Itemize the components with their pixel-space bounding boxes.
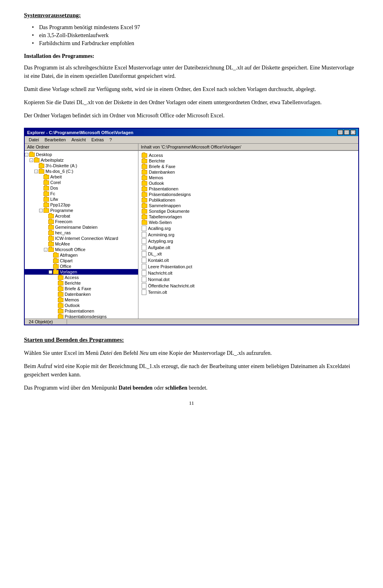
tree-item[interactable]: Dos	[25, 185, 138, 191]
menu-help[interactable]: ?	[107, 137, 114, 143]
file-list: AccessBerichteBriefe & FaxeDatenbankenMe…	[140, 152, 357, 295]
tree-item[interactable]: -Arbeitsplatz	[25, 157, 138, 163]
file-item[interactable]: Kontakt.olt	[140, 257, 220, 263]
tree-item-label: Clipart	[60, 258, 73, 263]
file-item-folder[interactable]: Web-Seiten	[140, 220, 220, 225]
explorer-window: Explorer - C:\Programme\Microsoft Office…	[24, 128, 359, 325]
tree-item[interactable]: Fc	[25, 191, 138, 196]
tree-item-label: Gemeinsame Dateien	[55, 225, 97, 230]
close-button[interactable]: ✕	[350, 130, 356, 135]
tree-item-label: Fc	[50, 191, 55, 196]
p1-datei: Datei	[100, 350, 113, 356]
menu-ansicht[interactable]: Ansicht	[69, 137, 88, 143]
menu-extras[interactable]: Extras	[89, 137, 106, 143]
file-item-folder[interactable]: Memos	[140, 175, 220, 180]
tree-item[interactable]: Outlook	[25, 303, 138, 308]
file-item[interactable]: Termin.olt	[140, 289, 220, 295]
file-item[interactable]: Acalling.srg	[140, 225, 220, 232]
tree-item[interactable]: Corel	[25, 180, 138, 185]
p1-text2: den Befehl	[113, 350, 140, 356]
tree-item-label: ICW-Internet Connection Wizard	[55, 236, 118, 241]
file-item[interactable]: Nachricht.olt	[140, 270, 220, 276]
tree-item[interactable]: -Desktop	[25, 152, 138, 157]
tree-item[interactable]: Präsentationen	[25, 308, 138, 314]
file-item[interactable]: Acminiing.srg	[140, 232, 220, 238]
file-name: Acminiing.srg	[148, 232, 174, 237]
file-item-folder[interactable]: Access	[140, 152, 220, 158]
tree-item-label: Arbeitsplatz	[41, 158, 63, 162]
tree-item[interactable]: Briefe & Faxe	[25, 286, 138, 291]
file-item-folder[interactable]: Präsentationen	[140, 186, 220, 192]
minimize-button[interactable]: _	[338, 130, 343, 135]
tree-item-label: Abfragen	[60, 253, 78, 257]
tree-item-label: hec_ras	[55, 230, 71, 235]
file-item-folder[interactable]: Sonstige Dokumente	[140, 208, 220, 214]
p3-text1: Das Programm wird über den Menüpunkt	[24, 385, 118, 391]
installation-p4: Der Ordner Vorlagen befindet sich im Ord…	[24, 111, 359, 120]
file-name: Kontakt.olt	[148, 258, 169, 263]
file-item-folder[interactable]: Datenbanken	[140, 169, 220, 175]
explorer-statusbar: 24 Objekt(e)	[25, 319, 358, 325]
maximize-button[interactable]: □	[344, 130, 349, 135]
file-name: Web-Seiten	[149, 220, 172, 225]
tree-item-label: Access	[65, 275, 79, 280]
file-item-folder[interactable]: Briefe & Faxe	[140, 164, 220, 169]
file-item[interactable]: Aufgabe.olt	[140, 244, 220, 251]
file-item[interactable]: Actypling.srg	[140, 238, 220, 244]
tree-item[interactable]: Berichte	[25, 280, 138, 286]
file-item-folder[interactable]: Tabellenvorlagen	[140, 214, 220, 220]
tree-item[interactable]: -Programme	[25, 208, 138, 213]
tree-item[interactable]: Präsentationsdesigns	[25, 314, 138, 319]
explorer-menubar: Datei Bearbeiten Ansicht Extras ?	[25, 136, 358, 144]
list-item: Das Programm benötigt mindestens Excel 9…	[32, 24, 359, 31]
p1-neu: Neu	[140, 350, 149, 356]
file-item-folder[interactable]: Outlook	[140, 180, 220, 186]
file-name: Acalling.srg	[148, 226, 171, 231]
file-item[interactable]: Öffentliche Nachricht.olt	[140, 283, 220, 289]
tree-item[interactable]: 3½-Diskette (A:)	[25, 163, 138, 168]
tree-item[interactable]: ICW-Internet Connection Wizard	[25, 236, 138, 241]
tree-item[interactable]: Ppp123pp	[25, 202, 138, 208]
tree-item-label: Berichte	[65, 281, 81, 285]
tree-item[interactable]: Access	[25, 275, 138, 280]
menu-bearbeiten[interactable]: Bearbeiten	[42, 137, 68, 143]
tree-item[interactable]: Office	[25, 263, 138, 269]
file-name: Präsentationen	[149, 186, 178, 191]
tree-item[interactable]: Freecom	[25, 219, 138, 224]
tree-item[interactable]: hec_ras	[25, 230, 138, 236]
menu-datei[interactable]: Datei	[26, 137, 41, 143]
file-item[interactable]: Normal.dot	[140, 276, 220, 283]
p3-schliessen: schließen	[165, 385, 187, 391]
file-name: Briefe & Faxe	[149, 164, 176, 169]
tree-item[interactable]: Datenbanken	[25, 291, 138, 297]
tree-item-label: Microsoft Office	[55, 247, 85, 252]
tree-item[interactable]: Abfragen	[25, 252, 138, 258]
tree-item[interactable]: Gemeinsame Dateien	[25, 224, 138, 230]
file-item-folder[interactable]: Sammelmappen	[140, 203, 220, 208]
file-item[interactable]: Leere Präsentation.pct	[140, 263, 220, 270]
tree-item-label: Ppp123pp	[50, 202, 70, 207]
tree-item[interactable]: Acrobat	[25, 213, 138, 219]
tree-item-label: Vorlagen	[60, 269, 77, 274]
file-item-folder[interactable]: Publikationen	[140, 197, 220, 203]
tree-item[interactable]: McAfee	[25, 241, 138, 247]
file-item-folder[interactable]: Präsentationsdesigns	[140, 192, 220, 197]
tree-item[interactable]: Memos	[25, 297, 138, 303]
section1-title: Systemvoraussetzung:	[24, 12, 359, 19]
file-name: Präsentationsdesigns	[149, 192, 191, 197]
tree-item[interactable]: -Microsoft Office	[25, 247, 138, 252]
explorer-left-panel: -Desktop-Arbeitsplatz3½-Diskette (A:)-Ms…	[25, 151, 138, 319]
section2-title: Starten und Beenden des Programmes:	[24, 337, 359, 343]
tree-item[interactable]: -Ms-dos_6 (C:)	[25, 168, 138, 174]
tree-item[interactable]: Arbeit	[25, 174, 138, 180]
tree-item[interactable]: -Vorlagen	[25, 269, 138, 275]
file-item[interactable]: DL_.xlt	[140, 251, 220, 257]
tree-item[interactable]: Clipart	[25, 258, 138, 263]
tree-item-label: Arbeit	[50, 174, 62, 179]
tree-item[interactable]: Lifw	[25, 196, 138, 202]
p1-text3: um eine Kopie der Mustervorlage DL_.xls …	[148, 350, 272, 356]
right-path-bar: Inhalt von 'C:\Programme\Microsoft Offic…	[138, 144, 358, 150]
installation-p3: Kopieren Sie die Datei DL_.xlt von der D…	[24, 98, 359, 107]
file-item-folder[interactable]: Berichte	[140, 158, 220, 164]
right-path-label: Inhalt von 'C:\Programme\Microsoft Offic…	[141, 145, 241, 149]
